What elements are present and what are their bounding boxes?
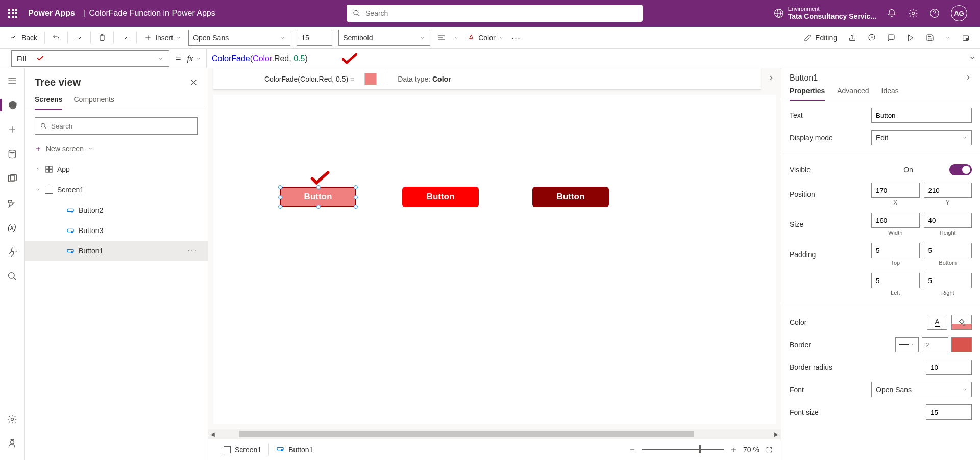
tree-node-button1[interactable]: Button1 ··· [24, 241, 208, 261]
selection-handle[interactable] [354, 185, 358, 189]
scroll-thumb[interactable] [239, 431, 694, 437]
environment-picker[interactable]: Environment Tata Consultancy Servic... [774, 6, 876, 21]
zoom-thumb[interactable] [699, 445, 701, 453]
zoom-slider[interactable] [642, 449, 724, 450]
canvas-button2[interactable]: Button [402, 187, 479, 207]
rail-tools-icon[interactable] [0, 246, 24, 258]
app-checker-icon[interactable] [867, 32, 877, 44]
settings-icon[interactable] [908, 8, 918, 18]
node-more-icon[interactable]: ··· [188, 246, 198, 255]
footer-tab-screen[interactable]: Screen1 [216, 439, 268, 460]
user-avatar[interactable]: AG [951, 5, 967, 21]
canvas-button1[interactable]: Button [280, 187, 356, 207]
design-canvas[interactable]: Button Button Button [213, 95, 776, 424]
canvas-button3[interactable]: Button [532, 187, 609, 207]
rail-tree-icon[interactable] [0, 99, 24, 111]
align-button[interactable] [436, 32, 447, 44]
comments-icon[interactable] [886, 32, 896, 44]
footer-tab-control[interactable]: Button1 [269, 439, 320, 460]
tree-node-app[interactable]: App [24, 159, 208, 180]
paste-split-chevron[interactable] [120, 32, 130, 44]
toggle-visible[interactable] [949, 164, 972, 175]
nav-next-icon[interactable] [768, 74, 775, 83]
rail-hamburger-icon[interactable] [0, 74, 24, 87]
input-pad-right[interactable] [924, 273, 972, 288]
input-pad-bottom[interactable] [924, 243, 972, 258]
fit-screen-icon[interactable] [766, 446, 773, 453]
input-pad-top[interactable] [871, 243, 920, 258]
insert-button[interactable]: Insert [143, 32, 182, 44]
input-height[interactable] [924, 213, 972, 228]
zoom-in-icon[interactable] [730, 446, 737, 453]
more-ribbon-icon[interactable]: ··· [511, 32, 522, 44]
new-screen-button[interactable]: New screen [24, 142, 208, 156]
fx-button[interactable]: fx [187, 54, 202, 63]
tab-screens[interactable]: Screens [35, 95, 62, 110]
font-weight-selector[interactable]: Semibold [338, 30, 430, 46]
preview-icon[interactable] [905, 32, 916, 44]
input-display-mode[interactable]: Edit [871, 130, 972, 145]
tree-node-button2[interactable]: Button2 [24, 200, 208, 220]
rail-variables-icon[interactable]: (x) [0, 221, 24, 234]
input-pos-x[interactable] [871, 183, 920, 198]
selection-handle[interactable] [278, 195, 282, 199]
input-font-size[interactable] [926, 404, 972, 420]
border-style-picker[interactable] [895, 337, 919, 352]
tab-properties[interactable]: Properties [790, 87, 825, 101]
save-icon[interactable] [925, 32, 935, 44]
font-selector[interactable]: Open Sans [188, 30, 290, 46]
property-selector[interactable]: Fill [11, 50, 169, 67]
rail-media-icon[interactable] [0, 172, 24, 185]
expand-formula-icon[interactable] [969, 54, 976, 63]
rail-flows-icon[interactable] [0, 197, 24, 209]
app-subtitle[interactable]: ColorFade Function in Power Apps [89, 9, 215, 18]
tab-components[interactable]: Components [74, 95, 114, 110]
tree-node-button3[interactable]: Button3 [24, 220, 208, 241]
undo-button[interactable] [51, 32, 61, 44]
global-search[interactable] [347, 5, 643, 22]
tab-ideas[interactable]: Ideas [881, 87, 899, 101]
selection-handle[interactable] [278, 205, 282, 209]
editing-mode-button[interactable]: Editing [803, 32, 838, 44]
publish-icon[interactable] [961, 32, 971, 44]
fill-color-picker[interactable] [951, 315, 972, 330]
waffle-icon[interactable] [5, 6, 20, 21]
tab-advanced[interactable]: Advanced [837, 87, 869, 101]
input-pos-y[interactable] [924, 183, 972, 198]
tree-search-input[interactable] [51, 122, 192, 130]
input-border-width[interactable] [922, 337, 948, 352]
selection-handle[interactable] [354, 205, 358, 209]
rail-insert-icon[interactable] [0, 123, 24, 136]
back-button[interactable]: Back [9, 32, 38, 44]
font-color-picker[interactable]: A [927, 315, 947, 330]
help-icon[interactable] [929, 8, 940, 18]
search-input[interactable] [365, 9, 636, 17]
selection-handle[interactable] [316, 205, 321, 209]
close-icon[interactable]: ✕ [190, 77, 198, 88]
canvas-h-scrollbar[interactable]: ◀ ▶ [208, 429, 781, 439]
align-chevron[interactable] [453, 32, 460, 44]
rail-data-icon[interactable] [0, 148, 24, 160]
scroll-left-icon[interactable]: ◀ [208, 431, 217, 437]
paste-button[interactable] [97, 32, 107, 44]
zoom-out-icon[interactable] [629, 446, 636, 453]
undo-split-chevron[interactable] [74, 32, 84, 44]
share-icon[interactable] [847, 32, 857, 44]
tree-node-screen1[interactable]: Screen1 [24, 180, 208, 200]
selection-handle[interactable] [354, 195, 358, 199]
input-border-radius[interactable] [926, 360, 972, 375]
font-color-button[interactable]: Color [466, 32, 504, 44]
save-split-chevron[interactable] [944, 32, 951, 44]
selection-handle[interactable] [278, 185, 282, 189]
scroll-right-icon[interactable]: ▶ [772, 431, 781, 437]
input-width[interactable] [871, 213, 920, 228]
tree-search[interactable] [35, 117, 198, 135]
notifications-icon[interactable] [887, 8, 897, 18]
rail-virtual-agent-icon[interactable] [7, 438, 17, 450]
rail-settings-icon[interactable] [7, 413, 17, 425]
rail-search-icon[interactable] [0, 270, 24, 283]
input-font[interactable]: Open Sans [871, 382, 972, 397]
border-color-picker[interactable] [951, 337, 972, 352]
font-size-selector[interactable]: 15 [297, 30, 332, 46]
input-text[interactable] [871, 108, 972, 123]
